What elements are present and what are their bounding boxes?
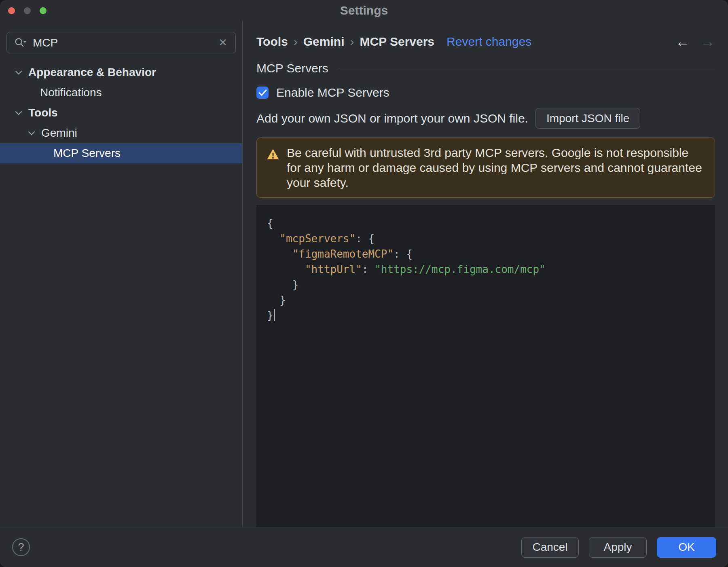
settings-content: Tools › Gemini › MCP Servers Revert chan… bbox=[243, 21, 728, 527]
json-editor-code: { "mcpServers": { "figmaRemoteMCP": { "h… bbox=[267, 216, 715, 323]
warning-icon bbox=[267, 148, 279, 162]
settings-window: Settings ✕ Appearance & Behavior bbox=[0, 0, 728, 567]
cancel-button[interactable]: Cancel bbox=[521, 537, 579, 558]
window-title: Settings bbox=[340, 4, 388, 17]
minimize-window-button[interactable] bbox=[24, 7, 31, 14]
section-title: MCP Servers bbox=[256, 61, 328, 75]
dialog-footer: ? Cancel Apply OK bbox=[0, 527, 728, 567]
sidebar-item-tools[interactable]: Tools bbox=[0, 103, 242, 123]
forward-arrow-icon: → bbox=[700, 33, 715, 50]
warning-text: Be careful with untrusted 3rd party MCP … bbox=[287, 145, 704, 190]
sidebar-item-mcp-servers[interactable]: MCP Servers bbox=[0, 143, 242, 163]
section-header: MCP Servers bbox=[256, 60, 715, 76]
enable-mcp-servers-checkbox[interactable] bbox=[256, 87, 269, 99]
search-field[interactable]: ✕ bbox=[6, 32, 236, 53]
breadcrumb-separator: › bbox=[344, 35, 360, 49]
back-arrow-icon[interactable]: ← bbox=[675, 33, 690, 50]
text-cursor bbox=[274, 309, 275, 321]
breadcrumb-separator: › bbox=[288, 35, 303, 49]
sidebar-item-label: Tools bbox=[28, 106, 58, 119]
window-controls bbox=[8, 0, 47, 21]
search-icon[interactable] bbox=[14, 37, 26, 49]
ok-button[interactable]: OK bbox=[657, 537, 716, 558]
warning-banner: Be careful with untrusted 3rd party MCP … bbox=[256, 138, 715, 198]
title-bar: Settings bbox=[0, 0, 728, 21]
chevron-down-icon[interactable] bbox=[15, 68, 22, 75]
breadcrumb-mcp-servers[interactable]: MCP Servers bbox=[360, 35, 434, 49]
chevron-down-icon[interactable] bbox=[15, 108, 22, 115]
settings-tree: Appearance & Behavior Notifications Tool… bbox=[0, 62, 242, 163]
breadcrumb-tools[interactable]: Tools bbox=[256, 35, 288, 49]
help-button[interactable]: ? bbox=[12, 538, 30, 556]
enable-mcp-servers-row[interactable]: Enable MCP Servers bbox=[256, 84, 715, 101]
import-json-file-button[interactable]: Import JSON file bbox=[535, 108, 640, 129]
zoom-window-button[interactable] bbox=[40, 7, 47, 14]
breadcrumb-gemini[interactable]: Gemini bbox=[303, 35, 345, 49]
sidebar-item-label: Gemini bbox=[41, 127, 77, 140]
clear-search-icon[interactable]: ✕ bbox=[217, 36, 229, 49]
search-input[interactable] bbox=[33, 36, 217, 49]
sidebar-item-label: Notifications bbox=[40, 86, 102, 99]
sidebar-item-label: Appearance & Behavior bbox=[28, 66, 156, 79]
enable-mcp-servers-label[interactable]: Enable MCP Servers bbox=[276, 86, 389, 99]
apply-button[interactable]: Apply bbox=[589, 537, 647, 558]
close-window-button[interactable] bbox=[8, 7, 15, 14]
revert-changes-link[interactable]: Revert changes bbox=[447, 35, 531, 49]
sidebar-item-gemini[interactable]: Gemini bbox=[0, 123, 242, 143]
chevron-down-icon[interactable] bbox=[28, 129, 35, 135]
help-icon: ? bbox=[18, 541, 24, 554]
sidebar-item-appearance-behavior[interactable]: Appearance & Behavior bbox=[0, 62, 242, 83]
section-divider bbox=[337, 68, 715, 68]
import-row: Add your own JSON or import your own JSO… bbox=[256, 108, 715, 129]
import-instruction-text: Add your own JSON or import your own JSO… bbox=[256, 112, 528, 125]
breadcrumb: Tools › Gemini › MCP Servers Revert chan… bbox=[256, 33, 715, 50]
mcp-json-editor[interactable]: { "mcpServers": { "figmaRemoteMCP": { "h… bbox=[256, 205, 715, 527]
settings-sidebar: ✕ Appearance & Behavior Notifications To… bbox=[0, 21, 243, 527]
sidebar-item-notifications[interactable]: Notifications bbox=[0, 83, 242, 103]
sidebar-item-label: MCP Servers bbox=[53, 147, 121, 160]
